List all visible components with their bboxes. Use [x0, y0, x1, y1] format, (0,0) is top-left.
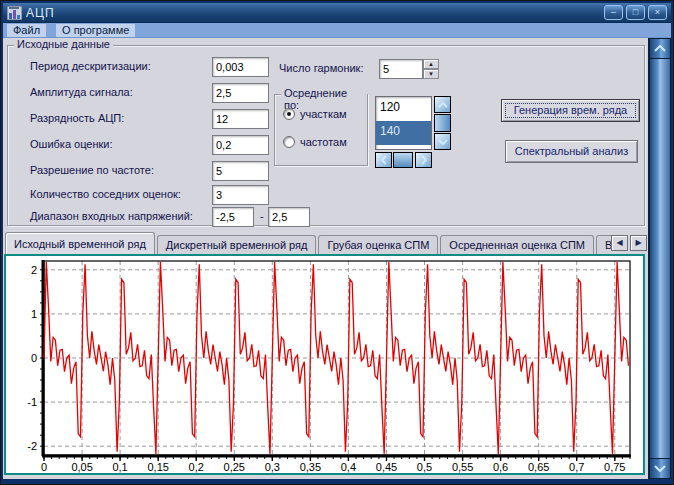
- close-button[interactable]: ×: [648, 5, 667, 20]
- svg-text:0: 0: [31, 352, 37, 364]
- svg-text:0,7: 0,7: [569, 461, 584, 473]
- svg-text:0,2: 0,2: [189, 461, 204, 473]
- freq-resolution-input[interactable]: [212, 161, 269, 181]
- field-label-bits: Разрядность АЦП:: [30, 112, 124, 124]
- field-label-harmonics: Число гармоник:: [279, 62, 363, 74]
- field-label-amplitude: Амплитуда сигнала:: [30, 86, 133, 98]
- chevron-down-icon: [654, 465, 666, 472]
- tab-rough-psd[interactable]: Грубая оценка СПМ: [318, 235, 438, 254]
- svg-text:1: 1: [31, 308, 37, 320]
- svg-text:0,05: 0,05: [71, 461, 92, 473]
- neighbor-count-input[interactable]: [212, 185, 269, 205]
- radio-by-frequencies-label: частотам: [300, 136, 347, 148]
- svg-text:0,4: 0,4: [341, 461, 356, 473]
- window-scroll-down-button[interactable]: [649, 458, 671, 479]
- field-label-neighbor-count: Количество соседних оценок:: [30, 188, 181, 200]
- listbox-scroll-up-button[interactable]: [434, 96, 451, 113]
- adc-bits-input[interactable]: [212, 109, 269, 129]
- spin-down-button[interactable]: ▼: [423, 69, 439, 79]
- averaging-group: Осреднение по: участкам частотам: [274, 94, 368, 166]
- source-data-group: Исходные данные Период дескритизации: Ам…: [7, 45, 645, 226]
- svg-text:0,55: 0,55: [452, 461, 473, 473]
- tab-scroll-right-button[interactable]: ▶: [630, 235, 647, 251]
- window-vscroll-thumb[interactable]: [649, 59, 671, 458]
- chevron-right-icon: [421, 155, 427, 165]
- field-label-voltage-range: Диапазон входных напряжений:: [30, 210, 193, 222]
- chevron-left-icon: [381, 155, 387, 165]
- listbox-scroll-left-button[interactable]: [375, 152, 392, 168]
- range-separator: -: [260, 210, 264, 222]
- svg-text:0,35: 0,35: [300, 461, 321, 473]
- radio-by-frequencies[interactable]: [283, 136, 295, 148]
- tab-averaged-psd[interactable]: Осредненная оценка СПМ: [440, 235, 594, 254]
- radio-by-segments[interactable]: [283, 108, 295, 120]
- chevron-down-icon: [438, 139, 448, 145]
- error-input[interactable]: [212, 135, 269, 155]
- svg-text:0,15: 0,15: [147, 461, 168, 473]
- menu-about[interactable]: О программе: [56, 24, 135, 37]
- spin-up-button[interactable]: ▲: [423, 59, 439, 69]
- harmonics-spinner: ▲ ▼: [423, 59, 439, 79]
- svg-text:-1: -1: [27, 396, 37, 408]
- svg-text:0,75: 0,75: [604, 461, 625, 473]
- svg-text:0: 0: [41, 461, 47, 473]
- window-scroll-up-button[interactable]: [649, 38, 671, 59]
- svg-text:0,25: 0,25: [224, 461, 245, 473]
- voltage-min-input[interactable]: [212, 207, 254, 227]
- svg-text:0,3: 0,3: [265, 461, 280, 473]
- spectral-analysis-button[interactable]: Спектральный анализ: [505, 140, 638, 163]
- window-title: АЦП: [26, 6, 55, 20]
- svg-text:2: 2: [31, 264, 37, 276]
- minimize-button[interactable]: –: [604, 5, 623, 20]
- radio-by-segments-label: участкам: [300, 108, 347, 120]
- list-item-selected[interactable]: 140: [376, 121, 431, 145]
- tab-scroll-left-button[interactable]: ◀: [611, 235, 628, 251]
- chart-panel: 00,050,10,150,20,250,30,350,40,450,50,55…: [4, 254, 645, 475]
- client-area: Исходные данные Период дескритизации: Ам…: [3, 38, 648, 479]
- menu-file[interactable]: Файл: [7, 24, 46, 37]
- svg-text:0,5: 0,5: [417, 461, 432, 473]
- field-label-period: Период дескритизации:: [30, 60, 151, 72]
- chevron-up-icon: [438, 102, 448, 108]
- app-icon: [7, 6, 22, 20]
- listbox-items: 120 140: [375, 96, 432, 150]
- listbox-vscroll-thumb[interactable]: [434, 114, 451, 132]
- group-title: Исходные данные: [14, 38, 113, 50]
- svg-text:0,65: 0,65: [528, 461, 549, 473]
- svg-text:-2: -2: [27, 440, 37, 452]
- title-bar: АЦП – □ ×: [3, 3, 671, 23]
- time-series-chart: 00,050,10,150,20,250,30,350,40,450,50,55…: [6, 256, 643, 473]
- tab-computation[interactable]: Вычи: [596, 235, 611, 254]
- generate-series-button[interactable]: Генерация врем. ряда: [501, 99, 640, 122]
- app-window: АЦП – □ × Файл О программе Исходные данн…: [0, 0, 674, 485]
- amplitude-input[interactable]: [212, 83, 269, 103]
- list-item[interactable]: 120: [376, 97, 431, 121]
- maximize-button[interactable]: □: [626, 5, 645, 20]
- tab-discrete-series[interactable]: Дискретный временной ряд: [157, 235, 317, 254]
- period-input[interactable]: [212, 57, 269, 77]
- tab-source-series[interactable]: Исходный временной ряд: [5, 232, 155, 254]
- listbox-hscroll-thumb[interactable]: [393, 152, 413, 168]
- field-label-freq-resolution: Разрешение по частоте:: [30, 164, 154, 176]
- svg-text:0,45: 0,45: [376, 461, 397, 473]
- voltage-max-input[interactable]: [268, 207, 310, 227]
- menu-bar: Файл О программе: [3, 23, 671, 38]
- tab-strip: Исходный временной ряд Дискретный времен…: [5, 232, 611, 254]
- window-vertical-scrollbar: [648, 38, 671, 479]
- svg-text:0,6: 0,6: [493, 461, 508, 473]
- chevron-up-icon: [654, 45, 666, 52]
- harmonics-input[interactable]: [379, 59, 423, 79]
- listbox-scroll-down-button[interactable]: [434, 133, 451, 150]
- field-label-error: Ошибка оценки:: [30, 138, 113, 150]
- svg-text:0,1: 0,1: [112, 461, 127, 473]
- points-listbox: 120 140: [375, 96, 453, 168]
- listbox-scroll-right-button[interactable]: [415, 152, 432, 168]
